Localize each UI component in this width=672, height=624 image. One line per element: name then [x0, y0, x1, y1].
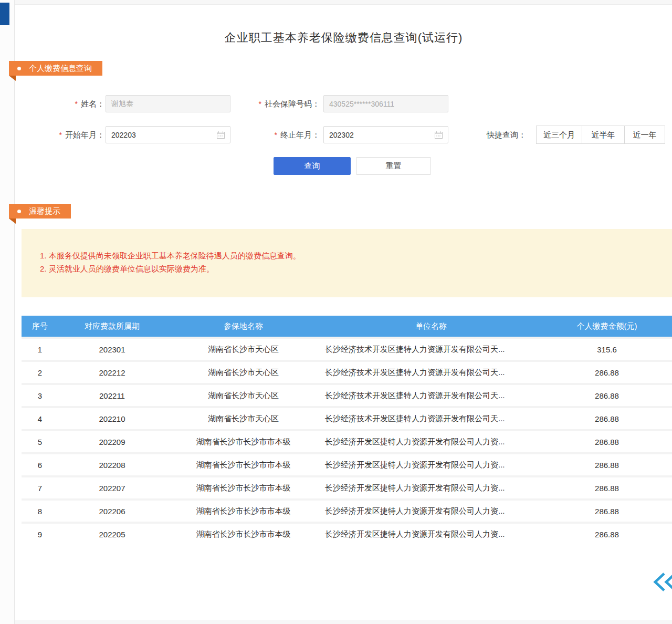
end-month-field[interactable] — [323, 126, 448, 143]
table-row: 6 202208 湖南省长沙市长沙市市本级 长沙经济开发区捷特人力资源开发有限公… — [22, 452, 672, 475]
ribbon-fold — [9, 219, 16, 224]
required-asterisk: * — [275, 131, 277, 139]
required-asterisk: * — [75, 100, 78, 108]
required-asterisk: * — [59, 131, 62, 139]
header-amount: 个人缴费金额(元) — [541, 321, 672, 331]
payment-results-table: 序号 对应费款所属期 参保地名称 单位名称 个人缴费金额(元) 1 202301… — [22, 316, 672, 545]
calendar-icon[interactable] — [217, 131, 225, 139]
bullet-dot-icon — [17, 210, 21, 213]
ribbon-fold — [9, 76, 16, 81]
table-row: 3 202211 湖南省长沙市天心区 长沙经济技术开发区捷特人力资源开发有限公司… — [22, 383, 672, 406]
header-seq: 序号 — [22, 321, 58, 331]
section-badge-label: 温馨提示 — [29, 206, 60, 216]
section-badge-label: 个人缴费信息查询 — [29, 64, 92, 74]
quick-query-last-3-months-button[interactable]: 近三个月 — [536, 126, 582, 144]
tip-line: 1. 本服务仅提供尚未领取企业职工基本养老保险待遇人员的缴费信息查询。 — [40, 249, 672, 262]
header-company: 单位名称 — [321, 321, 541, 331]
start-month-field[interactable] — [106, 126, 230, 143]
reset-button[interactable]: 重置 — [356, 157, 431, 175]
table-row: 1 202301 湖南省长沙市天心区 长沙经济技术开发区捷特人力资源开发有限公司… — [22, 337, 672, 360]
main-panel: 企业职工基本养老保险缴费信息查询(试运行) 个人缴费信息查询 *姓名： *社会保… — [15, 4, 672, 620]
ssn-label: *社会保障号码： — [241, 95, 320, 112]
quick-query-button-group: 近三个月 近半年 近一年 — [536, 126, 665, 144]
name-label: *姓名： — [47, 95, 104, 112]
page-title: 企业职工基本养老保险缴费信息查询(试运行) — [15, 30, 672, 46]
table-row: 5 202209 湖南省长沙市长沙市市本级 长沙经济开发区捷特人力资源开发有限公… — [22, 429, 672, 452]
header-period: 对应费款所属期 — [58, 321, 166, 331]
end-month-label: *终止年月： — [262, 126, 320, 143]
table-row: 7 202207 湖南省长沙市长沙市市本级 长沙经济开发区捷特人力资源开发有限公… — [22, 475, 672, 498]
table-header-row: 序号 对应费款所属期 参保地名称 单位名称 个人缴费金额(元) — [22, 316, 672, 337]
ssn-field — [323, 95, 448, 112]
table-row: 2 202212 湖南省长沙市天心区 长沙经济技术开发区捷特人力资源开发有限公司… — [22, 360, 672, 383]
name-field — [106, 95, 230, 112]
rail-blue-block — [0, 3, 9, 25]
section-badge-tips: 温馨提示 — [9, 204, 71, 219]
left-rail — [0, 0, 15, 624]
start-month-label: *开始年月： — [47, 126, 104, 143]
calendar-icon[interactable] — [435, 131, 443, 139]
table-row: 4 202210 湖南省长沙市天心区 长沙经济技术开发区捷特人力资源开发有限公司… — [22, 406, 672, 429]
quick-query-last-year-button[interactable]: 近一年 — [624, 126, 665, 144]
header-place: 参保地名称 — [166, 321, 321, 331]
table-row: 8 202206 湖南省长沙市长沙市市本级 长沙经济开发区捷特人力资源开发有限公… — [22, 498, 672, 522]
tip-line: 2. 灵活就业人员的缴费单位信息以实际缴费为准。 — [40, 262, 672, 275]
bullet-dot-icon — [17, 67, 21, 70]
section-badge-personal-payment-query: 个人缴费信息查询 — [9, 61, 102, 76]
quick-query-label: 快捷查询： — [487, 126, 532, 143]
double-left-chevron-icon[interactable] — [653, 571, 672, 592]
quick-query-last-half-year-button[interactable]: 近半年 — [582, 126, 625, 144]
query-button[interactable]: 查询 — [274, 157, 351, 175]
table-row: 9 202205 湖南省长沙市长沙市市本级 长沙经济开发区捷特人力资源开发有限公… — [22, 522, 672, 545]
required-asterisk: * — [259, 100, 261, 108]
tips-notice-box: 1. 本服务仅提供尚未领取企业职工基本养老保险待遇人员的缴费信息查询。 2. 灵… — [22, 229, 672, 297]
